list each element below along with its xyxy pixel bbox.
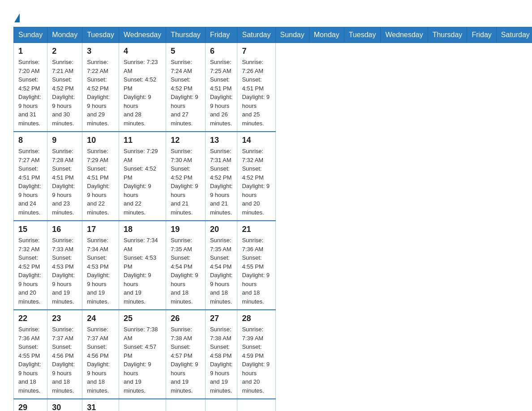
- day-number: 3: [87, 47, 114, 56]
- calendar-day-cell: 2Sunrise: 7:21 AMSunset: 4:52 PMDaylight…: [47, 43, 82, 132]
- day-number: 4: [124, 47, 161, 56]
- calendar-day-cell: [119, 399, 166, 411]
- weekday-header-wednesday: Wednesday: [381, 27, 428, 43]
- day-number: 10: [87, 136, 114, 145]
- day-number: 25: [124, 314, 161, 323]
- day-number: 20: [210, 225, 233, 234]
- page-header: [13, 9, 519, 22]
- day-number: 23: [52, 314, 77, 323]
- day-info: Sunrise: 7:35 AMSunset: 4:54 PMDaylight:…: [210, 236, 233, 306]
- day-info: Sunrise: 7:25 AMSunset: 4:51 PMDaylight:…: [210, 58, 233, 128]
- weekday-header-monday: Monday: [47, 27, 82, 43]
- calendar-day-cell: 25Sunrise: 7:38 AMSunset: 4:57 PMDayligh…: [119, 310, 166, 399]
- calendar-day-cell: 19Sunrise: 7:35 AMSunset: 4:54 PMDayligh…: [166, 221, 206, 310]
- day-number: 30: [52, 403, 77, 411]
- day-number: 22: [18, 314, 43, 323]
- calendar-day-cell: [205, 399, 237, 411]
- day-number: 14: [242, 136, 270, 145]
- day-number: 2: [52, 47, 77, 56]
- day-info: Sunrise: 7:36 AMSunset: 4:55 PMDaylight:…: [18, 325, 43, 395]
- calendar-day-cell: 15Sunrise: 7:32 AMSunset: 4:52 PMDayligh…: [14, 221, 47, 310]
- weekday-header-wednesday: Wednesday: [119, 27, 166, 43]
- day-info: Sunrise: 7:34 AMSunset: 4:53 PMDaylight:…: [124, 236, 161, 306]
- weekday-header-monday: Monday: [309, 27, 344, 43]
- weekday-header-sunday: Sunday: [14, 27, 47, 43]
- day-number: 5: [171, 47, 201, 56]
- calendar-day-cell: 3Sunrise: 7:22 AMSunset: 4:52 PMDaylight…: [82, 43, 119, 132]
- calendar-day-cell: 18Sunrise: 7:34 AMSunset: 4:53 PMDayligh…: [119, 221, 166, 310]
- calendar-day-cell: 13Sunrise: 7:31 AMSunset: 4:52 PMDayligh…: [205, 132, 237, 221]
- day-number: 27: [210, 314, 233, 323]
- day-number: 28: [242, 314, 270, 323]
- day-info: Sunrise: 7:39 AMSunset: 4:59 PMDaylight:…: [242, 325, 270, 395]
- day-info: Sunrise: 7:34 AMSunset: 4:53 PMDaylight:…: [87, 236, 114, 306]
- calendar-day-cell: 17Sunrise: 7:34 AMSunset: 4:53 PMDayligh…: [82, 221, 119, 310]
- day-number: 18: [124, 225, 161, 234]
- day-number: 24: [87, 314, 114, 323]
- calendar-day-cell: 10Sunrise: 7:29 AMSunset: 4:51 PMDayligh…: [82, 132, 119, 221]
- day-info: Sunrise: 7:26 AMSunset: 4:51 PMDaylight:…: [242, 58, 270, 128]
- day-number: 19: [171, 225, 201, 234]
- calendar-day-cell: 11Sunrise: 7:29 AMSunset: 4:52 PMDayligh…: [119, 132, 166, 221]
- day-info: Sunrise: 7:30 AMSunset: 4:52 PMDaylight:…: [171, 147, 201, 217]
- day-number: 1: [18, 47, 43, 56]
- day-number: 12: [171, 136, 201, 145]
- calendar-week-row: 29Sunrise: 7:39 AMSunset: 5:00 PMDayligh…: [14, 399, 532, 411]
- day-info: Sunrise: 7:32 AMSunset: 4:52 PMDaylight:…: [18, 236, 43, 306]
- day-info: Sunrise: 7:33 AMSunset: 4:53 PMDaylight:…: [52, 236, 77, 306]
- weekday-header-row: SundayMondayTuesdayWednesdayThursdayFrid…: [14, 27, 532, 43]
- day-info: Sunrise: 7:32 AMSunset: 4:52 PMDaylight:…: [242, 147, 270, 217]
- day-info: Sunrise: 7:37 AMSunset: 4:56 PMDaylight:…: [52, 325, 77, 395]
- weekday-header-thursday: Thursday: [428, 27, 467, 43]
- day-info: Sunrise: 7:38 AMSunset: 4:57 PMDaylight:…: [124, 325, 161, 395]
- day-info: Sunrise: 7:38 AMSunset: 4:57 PMDaylight:…: [171, 325, 201, 395]
- day-number: 13: [210, 136, 233, 145]
- calendar-day-cell: 12Sunrise: 7:30 AMSunset: 4:52 PMDayligh…: [166, 132, 206, 221]
- day-number: 7: [242, 47, 270, 56]
- day-number: 17: [87, 225, 114, 234]
- calendar-day-cell: 14Sunrise: 7:32 AMSunset: 4:52 PMDayligh…: [237, 132, 275, 221]
- calendar-day-cell: 28Sunrise: 7:39 AMSunset: 4:59 PMDayligh…: [237, 310, 275, 399]
- calendar-day-cell: 29Sunrise: 7:39 AMSunset: 5:00 PMDayligh…: [14, 399, 47, 411]
- calendar-day-cell: 21Sunrise: 7:36 AMSunset: 4:55 PMDayligh…: [237, 221, 275, 310]
- calendar-day-cell: 30Sunrise: 7:39 AMSunset: 5:00 PMDayligh…: [47, 399, 82, 411]
- calendar-day-cell: 5Sunrise: 7:24 AMSunset: 4:52 PMDaylight…: [166, 43, 206, 132]
- calendar-day-cell: [166, 399, 206, 411]
- calendar-day-cell: 24Sunrise: 7:37 AMSunset: 4:56 PMDayligh…: [82, 310, 119, 399]
- calendar-week-row: 22Sunrise: 7:36 AMSunset: 4:55 PMDayligh…: [14, 310, 532, 399]
- weekday-header-friday: Friday: [467, 27, 496, 43]
- calendar-day-cell: 31Sunrise: 7:39 AMSunset: 5:01 PMDayligh…: [82, 399, 119, 411]
- calendar-day-cell: 4Sunrise: 7:23 AMSunset: 4:52 PMDaylight…: [119, 43, 166, 132]
- day-number: 15: [18, 225, 43, 234]
- day-number: 29: [18, 403, 43, 411]
- calendar-day-cell: 6Sunrise: 7:25 AMSunset: 4:51 PMDaylight…: [205, 43, 237, 132]
- logo-triangle-icon: [14, 13, 20, 22]
- calendar-day-cell: 23Sunrise: 7:37 AMSunset: 4:56 PMDayligh…: [47, 310, 82, 399]
- day-number: 16: [52, 225, 77, 234]
- logo: [13, 13, 21, 22]
- day-info: Sunrise: 7:28 AMSunset: 4:51 PMDaylight:…: [52, 147, 77, 217]
- calendar-day-cell: 26Sunrise: 7:38 AMSunset: 4:57 PMDayligh…: [166, 310, 206, 399]
- calendar-day-cell: 22Sunrise: 7:36 AMSunset: 4:55 PMDayligh…: [14, 310, 47, 399]
- calendar-day-cell: 8Sunrise: 7:27 AMSunset: 4:51 PMDaylight…: [14, 132, 47, 221]
- day-info: Sunrise: 7:29 AMSunset: 4:51 PMDaylight:…: [87, 147, 114, 217]
- day-number: 31: [87, 403, 114, 411]
- calendar-day-cell: [237, 399, 275, 411]
- calendar-day-cell: 9Sunrise: 7:28 AMSunset: 4:51 PMDaylight…: [47, 132, 82, 221]
- day-info: Sunrise: 7:24 AMSunset: 4:52 PMDaylight:…: [171, 58, 201, 128]
- day-info: Sunrise: 7:20 AMSunset: 4:52 PMDaylight:…: [18, 58, 43, 128]
- day-info: Sunrise: 7:23 AMSunset: 4:52 PMDaylight:…: [124, 58, 161, 128]
- day-info: Sunrise: 7:29 AMSunset: 4:52 PMDaylight:…: [124, 147, 161, 217]
- day-number: 8: [18, 136, 43, 145]
- day-number: 9: [52, 136, 77, 145]
- calendar-day-cell: 1Sunrise: 7:20 AMSunset: 4:52 PMDaylight…: [14, 43, 47, 132]
- day-number: 11: [124, 136, 161, 145]
- day-info: Sunrise: 7:36 AMSunset: 4:55 PMDaylight:…: [242, 236, 270, 306]
- weekday-header-tuesday: Tuesday: [82, 27, 119, 43]
- day-number: 6: [210, 47, 233, 56]
- day-info: Sunrise: 7:31 AMSunset: 4:52 PMDaylight:…: [210, 147, 233, 217]
- day-info: Sunrise: 7:21 AMSunset: 4:52 PMDaylight:…: [52, 58, 77, 128]
- calendar-day-cell: 16Sunrise: 7:33 AMSunset: 4:53 PMDayligh…: [47, 221, 82, 310]
- calendar-day-cell: 27Sunrise: 7:38 AMSunset: 4:58 PMDayligh…: [205, 310, 237, 399]
- calendar-day-cell: 7Sunrise: 7:26 AMSunset: 4:51 PMDaylight…: [237, 43, 275, 132]
